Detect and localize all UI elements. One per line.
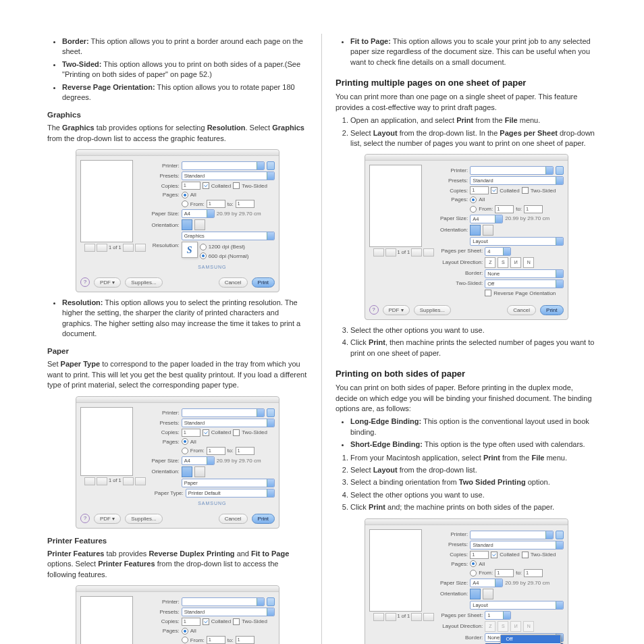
twosided-menu[interactable]: Off Long-edge binding Short-edge binding [500, 635, 561, 644]
term: Border: [62, 37, 89, 45]
graphics-bullets: Resolution: This option allows you to se… [47, 298, 308, 340]
pages-all-radio[interactable] [182, 192, 188, 198]
intro-bullets: Border: This option allows you to print … [47, 36, 308, 103]
graphics-intro: The Graphics tab provides options for se… [47, 123, 308, 144]
cancel-button[interactable]: Cancel [219, 277, 248, 288]
multi-steps: Open an application, and select Print fr… [336, 115, 597, 149]
left-column: Border: This option allows you to print … [47, 34, 322, 644]
section-select[interactable]: Paper [182, 479, 275, 487]
landscape-icon[interactable] [194, 219, 205, 230]
collated-check[interactable] [203, 182, 209, 189]
page-preview [80, 160, 133, 242]
pages-from-radio[interactable] [182, 200, 188, 207]
right-column: Fit to Page: This option allows you to s… [322, 34, 597, 644]
pdf-button[interactable]: PDF ▾ [94, 277, 121, 288]
preview-pager[interactable]: 1 of 1 [84, 244, 146, 252]
print-button[interactable]: Print [252, 277, 275, 288]
papertype-select[interactable]: Printer Default [186, 489, 275, 498]
presets-select[interactable]: Standard [182, 419, 275, 427]
paper-intro: Set Paper Type to correspond to the pape… [47, 359, 308, 390]
both-steps: From your Macintosh application, select … [336, 453, 597, 513]
supplies-button[interactable]: Supplies... [125, 277, 162, 288]
intro-bullets: Fit to Page: This option allows you to s… [336, 36, 597, 68]
graphics-dialog: 1 of 1 Printer: Presets:Standard Copies:… [76, 149, 279, 292]
paper-heading: Paper [47, 346, 308, 356]
layout-direction-icon[interactable]: Z [485, 257, 495, 268]
nav-button[interactable] [267, 161, 275, 170]
page-preview [80, 407, 133, 476]
resolution-preview-icon: S [182, 242, 198, 258]
features-dialog: 1 of 1 Printer: Presets:Standard Copies:… [76, 585, 279, 644]
help-icon[interactable]: ? [80, 277, 90, 287]
printer-select[interactable] [182, 408, 265, 417]
portrait-icon[interactable] [182, 219, 192, 230]
paper-dialog: 1 of 1 Printer: Presets:Standard Copies:… [76, 396, 279, 529]
multi-heading: Printing multiple pages on one sheet of … [336, 77, 597, 89]
menu-item-off[interactable]: Off [501, 635, 560, 644]
both-heading: Printing on both sides of paper [336, 368, 597, 380]
twosided-check[interactable] [233, 182, 240, 189]
term: Two-Sided: [62, 60, 101, 68]
papersize-select[interactable]: A4 [182, 209, 215, 218]
pps-select[interactable]: 4 [485, 247, 511, 256]
layout-dialog: 1 of 1 Printer: Presets:Standard Copies:… [365, 154, 568, 320]
copies-input[interactable]: 1 [182, 182, 200, 190]
brand-logo: SAMSUNG [150, 264, 275, 271]
printer-select[interactable] [182, 161, 265, 170]
graphics-heading: Graphics [47, 109, 308, 120]
twosided-dialog: 1 of 1 Printer: Presets:Standard Copies:… [365, 518, 568, 644]
twosided-select[interactable]: Off [485, 279, 563, 288]
features-intro: Printer Features tab provides Reverse Du… [47, 549, 308, 580]
section-select[interactable]: Layout [470, 237, 563, 246]
presets-select[interactable]: Standard [182, 171, 275, 180]
section-select[interactable]: Graphics [182, 232, 275, 240]
preview-pager[interactable]: 1 of 1 [84, 477, 146, 485]
features-heading: Printer Features [47, 535, 308, 546]
term: Reverse Page Orientation: [62, 83, 155, 91]
border-select[interactable]: None [485, 269, 563, 278]
